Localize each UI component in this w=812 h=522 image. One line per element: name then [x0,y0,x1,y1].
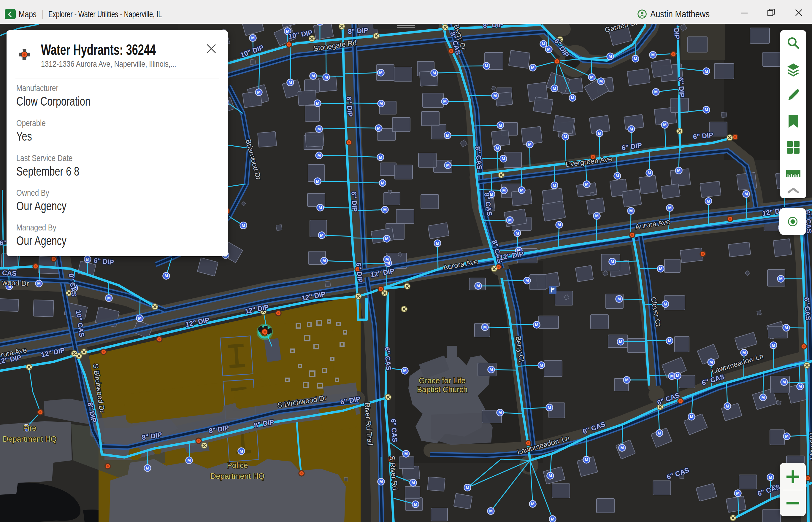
svg-text:M: M [564,134,567,139]
svg-text:M: M [311,74,315,78]
svg-text:M: M [595,214,599,218]
svg-text:M: M [625,378,629,382]
svg-text:M: M [187,458,191,463]
svg-text:M: M [383,207,387,212]
svg-text:M: M [670,374,674,378]
svg-text:6" CAS: 6" CAS [0,268,17,277]
svg-text:M: M [772,343,775,348]
svg-text:M: M [446,163,450,167]
svg-text:Department HQ: Department HQ [210,471,265,481]
svg-text:M: M [742,350,746,355]
svg-text:M: M [590,75,594,79]
svg-text:6" DIP: 6" DIP [677,77,686,98]
svg-text:M: M [414,502,417,506]
svg-text:M: M [553,86,556,91]
svg-text:M: M [317,153,321,158]
svg-text:M: M [381,181,384,185]
svg-text:M: M [571,96,574,100]
svg-text:M: M [37,281,41,286]
svg-text:M: M [489,509,492,514]
svg-text:Baptist Church: Baptist Church [417,385,468,394]
svg-text:M: M [476,283,480,288]
svg-text:M: M [320,233,324,238]
svg-text:M: M [659,266,662,271]
svg-text:M: M [432,71,436,75]
svg-text:M: M [704,69,708,74]
svg-text:M: M [617,297,621,301]
svg-text:M: M [553,183,556,188]
svg-text:6" CAS: 6" CAS [389,419,399,442]
svg-text:M: M [379,479,383,484]
svg-text:M: M [798,384,802,389]
svg-text:M: M [316,179,320,184]
svg-text:M: M [528,142,531,147]
svg-text:M: M [654,89,658,94]
svg-text:M: M [598,131,601,136]
svg-text:M: M [239,449,243,454]
svg-text:M: M [677,168,680,173]
svg-text:M: M [165,274,168,278]
svg-text:M: M [318,24,322,24]
svg-text:M: M [520,188,524,193]
svg-text:M: M [379,155,382,160]
svg-text:M: M [547,405,551,410]
svg-text:M: M [379,101,383,106]
svg-text:M: M [704,107,708,112]
svg-text:M: M [647,170,651,175]
svg-text:M: M [485,63,488,68]
svg-text:M: M [257,90,260,95]
svg-text:M: M [535,322,538,327]
svg-text:M: M [744,192,748,196]
svg-text:M: M [502,188,506,193]
svg-text:M: M [499,123,502,127]
svg-text:M: M [599,79,603,84]
svg-text:M: M [489,367,493,372]
svg-text:M: M [668,205,672,210]
svg-text:M: M [498,410,502,415]
svg-text:M: M [138,316,141,321]
svg-text:M: M [377,126,381,130]
svg-text:wood Dr: wood Dr [2,278,29,288]
svg-text:M: M [146,466,149,470]
svg-text:M: M [322,258,326,263]
svg-text:M: M [707,199,710,203]
svg-text:M: M [317,127,321,132]
svg-text:6" DIP: 6" DIP [345,96,354,117]
svg-text:M: M [557,222,561,227]
svg-text:M: M [531,65,535,70]
svg-text:M: M [446,133,449,138]
svg-text:M: M [548,473,552,478]
svg-text:M: M [761,395,765,400]
svg-text:M: M [241,223,245,228]
svg-text:M: M [769,475,772,480]
svg-text:Grace for Life: Grace for Life [419,376,466,385]
svg-text:6" DIP: 6" DIP [350,191,359,212]
svg-text:6": 6" [0,239,6,246]
svg-text:Fire: Fire [23,424,37,433]
svg-text:M: M [611,259,614,264]
svg-text:M: M [608,54,612,59]
svg-text:M: M [542,41,545,46]
svg-text:M: M [107,296,111,300]
svg-text:M: M [668,338,671,343]
svg-text:M: M [547,47,550,52]
svg-text:M: M [316,101,320,106]
svg-text:M: M [690,414,693,419]
svg-text:M: M [629,208,633,213]
svg-text:M: M [493,94,497,98]
svg-text:M: M [288,80,292,85]
svg-text:M: M [436,241,439,245]
svg-text:M: M [379,70,383,75]
svg-text:M: M [443,99,447,104]
svg-text:M: M [502,156,505,161]
svg-text:M: M [779,277,782,281]
svg-text:M: M [634,56,637,61]
svg-text:M: M [411,481,415,485]
svg-text:M: M [585,457,588,462]
svg-text:M: M [403,368,407,373]
svg-text:M: M [620,445,624,450]
svg-text:M: M [663,122,666,127]
svg-text:M: M [540,363,543,367]
svg-text:M: M [616,174,619,178]
svg-text:M: M [585,182,588,186]
